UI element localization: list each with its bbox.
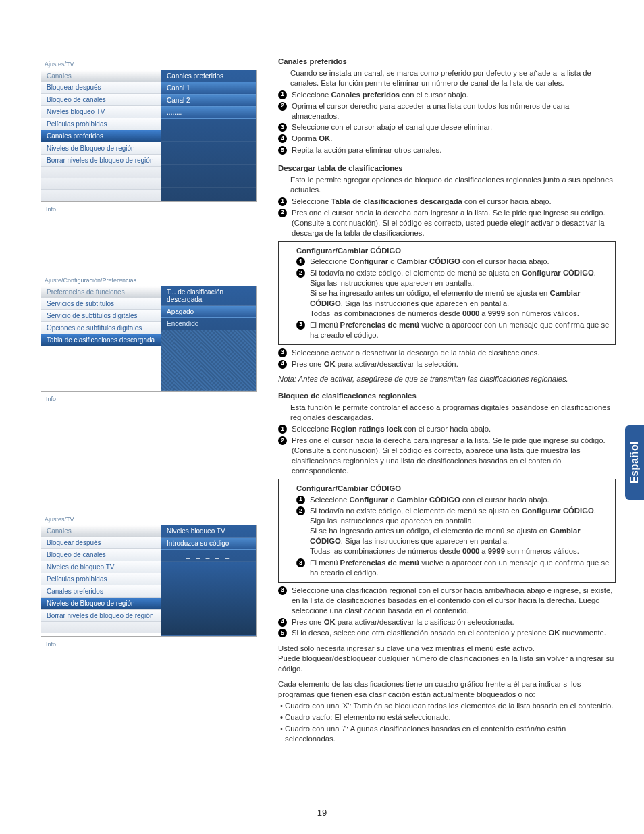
step: 3Seleccione activar o desactivar la desc… <box>290 348 616 358</box>
language-tab-label: Español <box>628 442 641 484</box>
bullet-item: • Cuadro con una 'X': También se bloquea… <box>285 701 616 711</box>
note-text: Nota: Antes de activar, asegúrese de que… <box>278 374 616 384</box>
menu-item: Niveles de bloqueo TV <box>41 561 161 573</box>
menu-header: Preferencias de funciones <box>41 286 161 298</box>
menu-item: Niveles de Bloqueo de región <box>41 142 161 155</box>
section-intro: Esto le permite agregar opciones de bloq… <box>290 175 616 195</box>
code-entry: _ _ _ _ _ <box>161 550 256 562</box>
step-bullet: 4 <box>278 618 287 627</box>
step: 2Oprima el cursor derecho para acceder a… <box>290 101 616 122</box>
step-bullet: 1 <box>296 496 305 504</box>
breadcrumb: Ajustes/TV <box>41 59 257 70</box>
step-bullet: 3 <box>296 321 305 330</box>
value-item: Canal 2 <box>161 95 256 107</box>
value-item: ........ <box>161 107 256 119</box>
menu-item: Niveles bloqueo TV <box>41 106 161 118</box>
menu-item: Borrar niveles de bloqueo de región <box>41 155 161 167</box>
menu-header: Canales <box>41 70 161 82</box>
language-tab: Español <box>625 425 644 500</box>
paragraph: Cada elemento de las clasificaciones tie… <box>278 679 616 700</box>
value-item: Apagado <box>161 306 256 318</box>
menu-item: Canales preferidos <box>41 585 161 598</box>
bullet-item: • Cuadro con una '/': Algunas clasificac… <box>285 724 616 744</box>
step-bullet: 3 <box>278 586 287 595</box>
menu-item: Servicios de subtítulos <box>41 298 161 310</box>
section-intro: Cuando se instala un canal, se marca com… <box>290 68 616 88</box>
info-label: Info <box>41 202 257 213</box>
step: 1Seleccione Configurar o Cambiar CÓDIGO … <box>308 257 610 267</box>
tv-menu-screenshot-3: Ajustes/TV Canales Bloquear despuésBloqu… <box>41 515 257 648</box>
step: 4Presione OK para activar/desactivar la … <box>290 359 616 369</box>
tv-menu-screenshot-1: Ajustes/TV Canales Bloquear despuésBloqu… <box>41 59 257 213</box>
menu-item: Niveles de Bloqueo de región <box>41 598 161 610</box>
step-bullet: 3 <box>296 558 305 567</box>
menu-item: Bloquear después <box>41 82 161 94</box>
body-text: Canales preferidos Cuando se instala un … <box>278 57 616 744</box>
step: 5Repita la acción para eliminar otros ca… <box>290 145 616 155</box>
step-bullet: 2 <box>296 506 305 515</box>
paragraph: Puede bloquear/desbloquear cualquier núm… <box>278 654 616 674</box>
step-bullet: 2 <box>296 269 305 278</box>
step-bullet: 4 <box>278 134 287 143</box>
values-header: Canales preferidos <box>161 70 256 82</box>
step: 1Seleccione Configurar o Cambiar CÓDIGO … <box>308 495 610 505</box>
page-top-rule <box>41 26 626 26</box>
menu-item: Bloqueo de canales <box>41 549 161 561</box>
page-number: 19 <box>0 808 644 818</box>
menu-header: Canales <box>41 525 161 537</box>
step-bullet: 1 <box>278 90 287 99</box>
value-item: Encendido <box>161 318 256 330</box>
info-label: Info <box>41 637 257 648</box>
code-box: Configurar/Cambiar CÓDIGO 1Seleccione Co… <box>278 241 616 345</box>
section-title: Bloqueo de clasificaciones regionales <box>278 391 616 401</box>
step: 1Seleccione Region ratings lock con el c… <box>290 424 616 434</box>
menu-item: Opciones de subtítulos digitales <box>41 322 161 334</box>
menu-item: Servicio de subtítulos digitales <box>41 310 161 322</box>
step-bullet: 1 <box>278 425 287 434</box>
step-bullet: 3 <box>278 348 287 357</box>
section-title: Canales preferidos <box>278 57 616 67</box>
tv-menu-screenshot-2: Ajuste/Configuración/Preferencias Prefer… <box>41 276 257 402</box>
menu-item: Canales preferidos <box>41 130 161 142</box>
step: 2Presione el cursor hacia la derecha par… <box>290 208 616 238</box>
step: 3El menú Preferencias de menú vuelve a a… <box>308 558 610 578</box>
step-bullet: 2 <box>278 436 287 445</box>
section-intro: Esta función le permite controlar el acc… <box>290 402 616 423</box>
code-prompt: Introduzca su código <box>161 538 256 550</box>
value-item: Canal 1 <box>161 82 256 95</box>
breadcrumb: Ajuste/Configuración/Preferencias <box>41 276 257 286</box>
step: 2Si todavía no existe código, el element… <box>308 268 610 319</box>
paragraph: Usted sólo necesita ingresar su clave un… <box>278 644 616 654</box>
step-bullet: 4 <box>278 360 287 369</box>
menu-item: Películas prohibidas <box>41 573 161 585</box>
step: 1Seleccione Tabla de clasificaciones des… <box>290 197 616 207</box>
box-title: Configurar/Cambiar CÓDIGO <box>296 484 610 494</box>
box-title: Configurar/Cambiar CÓDIGO <box>296 246 610 256</box>
menu-item: Borrar niveles de bloqueo de región <box>41 610 161 622</box>
menu-item: Tabla de clasificaciones descargada <box>41 334 161 346</box>
section-title: Descargar tabla de clasificaciones <box>278 163 616 174</box>
menu-item: Bloquear después <box>41 537 161 549</box>
step-bullet: 1 <box>278 197 287 206</box>
step-bullet: 3 <box>278 123 287 132</box>
step-bullet: 1 <box>296 257 305 266</box>
breadcrumb: Ajustes/TV <box>41 515 257 525</box>
step: 4Oprima OK. <box>290 134 616 144</box>
step: 5Si lo desea, seleccione otra clasificac… <box>290 628 616 638</box>
menu-item: Bloqueo de canales <box>41 94 161 106</box>
step: 3El menú Preferencias de menú vuelve a a… <box>308 320 610 340</box>
menu-item: Películas prohibidas <box>41 118 161 130</box>
step: 3Seleccione con el cursor abajo el canal… <box>290 122 616 132</box>
step: 4Presione OK para activar/desactivar la … <box>290 617 616 627</box>
step: 1Seleccione Canales preferidos con el cu… <box>290 90 616 100</box>
values-header: T... de clasificación descargada <box>161 286 256 306</box>
step: 2Presione el cursor hacia la derecha par… <box>290 436 616 476</box>
step-bullet: 5 <box>278 629 287 637</box>
step-bullet: 2 <box>278 209 287 217</box>
values-header: Niveles bloqueo TV <box>161 525 256 538</box>
info-label: Info <box>41 392 257 402</box>
step: 2Si todavía no existe código, el element… <box>308 506 610 556</box>
code-box: Configurar/Cambiar CÓDIGO 1Seleccione Co… <box>278 479 616 583</box>
bullet-item: • Cuadro vacío: El elemento no está sele… <box>285 712 616 723</box>
step: 3Seleccione una clasificación regional c… <box>290 585 616 616</box>
